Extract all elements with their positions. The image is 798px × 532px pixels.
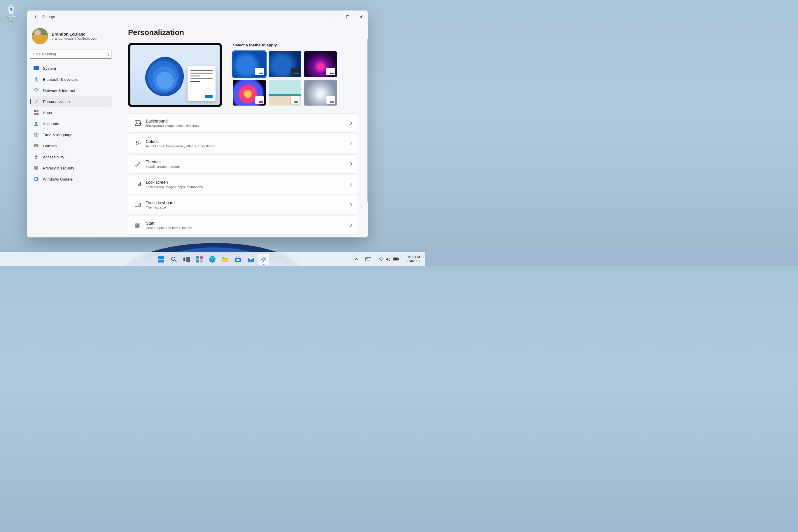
gear-icon [261, 256, 267, 263]
search [30, 50, 112, 59]
tray-clock[interactable]: 9:39 PM 6/24/2021 [404, 254, 422, 265]
svg-point-53 [263, 258, 265, 260]
taskbar-explorer[interactable] [219, 253, 231, 265]
chevron-right-icon [350, 223, 352, 227]
chevron-right-icon [350, 203, 352, 207]
sidebar-item-label: Accounts [43, 121, 59, 126]
app-title: Settings [42, 15, 55, 19]
svg-rect-35 [158, 256, 161, 259]
chevron-up-icon [355, 258, 358, 261]
svg-point-27 [138, 205, 138, 205]
chevron-right-icon [350, 142, 352, 145]
sidebar-item-label: Accessibility [43, 155, 64, 159]
profile[interactable]: Brandon LeBlanc brandoninsider@outlook.c… [30, 25, 112, 49]
taskbar-edge[interactable] [207, 253, 218, 265]
sidebar-item-label: Apps [43, 111, 52, 115]
taskbar-widgets[interactable] [194, 253, 205, 265]
row-background[interactable]: BackgroundBackground image, color, slide… [128, 113, 358, 133]
taskbar-taskview[interactable] [181, 253, 192, 265]
sidebar-item-system[interactable]: System [30, 63, 112, 74]
tray-quick-settings[interactable] [377, 256, 401, 263]
sidebar-item-gaming[interactable]: Gaming [30, 140, 112, 151]
svg-point-16 [138, 142, 138, 142]
chevron-right-icon [350, 183, 352, 186]
page-title: Personalization [128, 28, 358, 37]
svg-point-26 [137, 205, 137, 205]
svg-rect-5 [34, 110, 36, 112]
row-desc: Recent apps and items, folders [146, 226, 192, 230]
taskbar-settings[interactable] [258, 253, 269, 265]
sidebar-item-apps[interactable]: Apps [30, 107, 112, 118]
svg-rect-43 [200, 256, 203, 259]
theme-option-1[interactable] [233, 51, 266, 77]
sidebar-item-windows-update[interactable]: Windows Update [30, 174, 112, 184]
sidebar-item-label: Personalization [43, 99, 70, 104]
sidebar-item-accessibility[interactable]: Accessibility [30, 152, 112, 162]
svg-point-11 [36, 155, 37, 156]
profile-name: Brandon LeBlanc [52, 32, 97, 36]
sidebar-item-time-language[interactable]: Time & language [30, 130, 112, 140]
svg-rect-50 [236, 260, 238, 261]
row-start[interactable]: StartRecent apps and items, folders [128, 215, 358, 235]
theme-option-2[interactable] [269, 51, 301, 77]
tray-input-indicator[interactable] [363, 256, 374, 263]
svg-point-21 [136, 204, 136, 204]
svg-point-60 [381, 260, 382, 261]
svg-point-1 [106, 53, 109, 55]
row-touch-keyboard[interactable]: Touch keyboardThemes, size [128, 195, 358, 214]
store-icon [235, 256, 241, 263]
maximize-icon [346, 16, 349, 18]
scrollbar[interactable] [367, 38, 368, 238]
sidebar-item-accounts[interactable]: Accounts [30, 118, 112, 129]
back-button[interactable] [31, 12, 40, 22]
sidebar-item-bluetooth[interactable]: Bluetooth & devices [30, 74, 112, 84]
svg-point-25 [136, 205, 136, 205]
theme-option-6[interactable] [304, 80, 337, 106]
svg-point-56 [366, 258, 367, 259]
minimize-button[interactable] [327, 12, 341, 22]
themes-block: Select a theme to apply [233, 43, 358, 106]
taskbar-search[interactable] [168, 253, 180, 265]
nav: System Bluetooth & devices Network & int… [30, 63, 112, 184]
recycle-bin[interactable]: Recycle Bin [3, 3, 19, 22]
settings-list: BackgroundBackground image, color, slide… [128, 113, 358, 235]
svg-point-24 [139, 204, 140, 204]
svg-point-15 [136, 142, 137, 143]
chevron-right-icon [350, 162, 352, 166]
person-icon [34, 121, 39, 126]
svg-rect-42 [196, 256, 199, 259]
tray-overflow[interactable] [353, 257, 360, 262]
search-input[interactable] [30, 50, 112, 59]
sidebar-item-privacy[interactable]: Privacy & security [30, 163, 112, 173]
theme-option-4[interactable] [233, 80, 266, 106]
svg-rect-63 [394, 258, 398, 261]
settings-window: Settings Brandon LeBlanc brandoninsider@… [27, 11, 368, 238]
tray-time: 9:39 PM [406, 255, 420, 259]
taskbar-store[interactable] [232, 253, 244, 265]
search-icon [105, 52, 109, 56]
theme-option-3[interactable] [304, 51, 337, 77]
lock-screen-icon [134, 182, 142, 187]
avatar [32, 28, 48, 44]
sidebar-item-network[interactable]: Network & internet [30, 85, 112, 96]
edge-icon [209, 256, 216, 263]
svg-rect-8 [36, 113, 38, 115]
desktop-preview[interactable] [128, 43, 222, 107]
theme-option-5[interactable] [269, 80, 301, 106]
maximize-button[interactable] [341, 12, 354, 22]
sidebar-item-label: Gaming [43, 144, 57, 148]
mail-icon [247, 256, 254, 262]
row-title: Touch keyboard [146, 201, 175, 205]
close-button[interactable] [354, 12, 368, 22]
start-button[interactable] [155, 253, 167, 265]
svg-rect-37 [158, 260, 161, 263]
row-title: Lock screen [146, 180, 203, 185]
svg-point-58 [369, 258, 369, 259]
row-colors[interactable]: ColorsAccent color, transparency effects… [128, 134, 358, 153]
row-themes[interactable]: ThemesInstall, create, manage [128, 154, 358, 173]
minimize-icon [333, 16, 336, 18]
row-lock-screen[interactable]: Lock screenLock screen images, apps, ani… [128, 175, 358, 194]
svg-rect-62 [398, 259, 399, 260]
taskbar-mail[interactable] [245, 253, 256, 265]
sidebar-item-personalization[interactable]: Personalization [30, 96, 112, 107]
